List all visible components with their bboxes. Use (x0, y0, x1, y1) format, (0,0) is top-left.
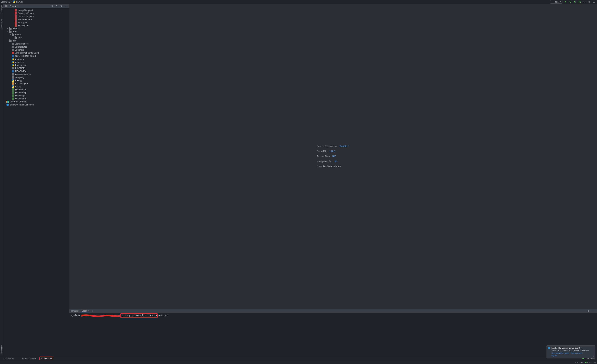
expand-all-button[interactable] (55, 4, 58, 8)
tree-item-label: yolov5x6.pt (15, 97, 26, 100)
svg-rect-19 (56, 5, 57, 6)
tree-item-train[interactable]: train (3, 36, 69, 39)
breadcrumb-separator: › (11, 1, 12, 3)
tree-item-file[interactable]: .pre-commit-config.yaml (3, 51, 69, 55)
svg-point-22 (61, 6, 62, 7)
terminal-hide-button[interactable] (592, 309, 596, 313)
tree-item-file[interactable]: tutorial.ipynb (3, 82, 69, 85)
tree-item-file[interactable]: yolov5s.pt (3, 94, 69, 97)
project-panel-title: Project (9, 5, 16, 7)
tree-item-models[interactable]: ▸models (3, 27, 69, 30)
svg-rect-21 (56, 7, 57, 7)
file-icon (12, 42, 15, 45)
terminal-settings-button[interactable] (587, 309, 590, 313)
file-icon (14, 18, 17, 21)
tree-item-label: hubconf.py (15, 64, 26, 67)
terminal-header: Terminal: Local × + (70, 309, 597, 313)
terminal-tab-local[interactable]: Local × (81, 309, 90, 313)
hint-nav-shortcut: ⌘↑ (334, 160, 338, 163)
tree-item-yaml[interactable]: Objects365.yaml (3, 12, 69, 15)
tree-arrow-icon: ▸ (4, 100, 6, 103)
tree-item-yaml[interactable]: ImageNet.yaml (3, 9, 69, 12)
python-icon (13, 0, 16, 3)
tree-item-file[interactable]: yolov5x6.pt (3, 97, 69, 100)
tree-item-file[interactable]: train.py (3, 79, 69, 82)
project-tree[interactable]: ImageNet.yamlObjects365.yamlSKU-110K.yam… (3, 8, 69, 356)
file-icon (9, 27, 12, 30)
debug-button[interactable] (569, 0, 572, 4)
search-everywhere-button[interactable] (592, 0, 596, 4)
svg-rect-11 (584, 2, 584, 2)
tree-item-utils[interactable]: ▸utils (3, 39, 69, 42)
tree-item-label: export.py (15, 61, 24, 64)
close-icon[interactable]: × (87, 310, 89, 312)
tree-item-file[interactable]: README.md (3, 70, 69, 73)
tree-item-file[interactable]: setup.cfg (3, 76, 69, 79)
bottom-tab-terminal[interactable]: Terminal (39, 356, 53, 360)
tree-item-scratches[interactable]: Scratches and Consoles (3, 103, 69, 106)
tree-item-label: README.md (15, 70, 28, 73)
breadcrumb: yolov5-6.2 › train.py (1, 0, 23, 3)
rail-tab-favorites[interactable]: 2: Favorites (1, 345, 3, 355)
hide-button[interactable] (64, 4, 68, 8)
tree-item-yaml[interactable]: VisDrone.yaml (3, 18, 69, 21)
tree-item-yaml[interactable]: xView.yaml (3, 24, 69, 27)
rail-tab-project[interactable]: 1: Project (1, 5, 3, 13)
tree-item-file[interactable]: yolov5m.pt (3, 88, 69, 91)
svg-rect-10 (585, 1, 585, 2)
svg-rect-12 (585, 2, 585, 2)
project-view-selector[interactable]: Project (5, 5, 19, 8)
file-icon (12, 58, 15, 60)
tree-item-file[interactable]: .gitignore (3, 48, 69, 51)
tree-item-detect[interactable]: ▾detect (3, 33, 69, 36)
tree-item-file[interactable]: .gitattributes (3, 45, 69, 48)
tree-item-runs[interactable]: ▾runs (3, 30, 69, 33)
tree-item-file[interactable]: requirements.txt (3, 73, 69, 76)
run-config-selector[interactable]: train (550, 0, 562, 4)
notification-link-scientific[interactable]: Use scientific mode (551, 352, 569, 354)
tree-item-file[interactable]: export.py (3, 61, 69, 64)
file-icon (12, 46, 15, 48)
breadcrumb-root[interactable]: yolov5-6.2 (1, 1, 10, 3)
project-panel-header: Project (3, 4, 69, 8)
editor-area[interactable]: Search EverywhereDouble ⇧ Go to File⇧⌘O … (70, 4, 597, 356)
tree-item-file[interactable]: .dockerignore (3, 42, 69, 45)
attach-button[interactable] (583, 0, 586, 4)
tree-item-file[interactable]: val.py (3, 85, 69, 88)
stop-button[interactable] (588, 0, 591, 4)
tree-item-file[interactable]: detect.py (3, 58, 69, 61)
breadcrumb-file[interactable]: train.py (13, 0, 23, 3)
hint-nav-label: Navigation Bar (317, 160, 332, 163)
svg-rect-26 (41, 357, 43, 359)
tree-item-file[interactable]: yolov5m6.pt (3, 91, 69, 94)
run-button[interactable] (564, 0, 567, 4)
tree-item-label: .pre-commit-config.yaml (15, 51, 39, 55)
hint-goto-label: Go to File (317, 150, 327, 152)
tree-item-external-libraries[interactable]: ▸External Libraries (3, 100, 69, 103)
locate-button[interactable] (50, 4, 54, 8)
profile-button[interactable] (578, 0, 581, 4)
file-icon (12, 70, 15, 73)
notification-title: Looks like you're using NumPy (551, 347, 591, 349)
tree-item-yaml[interactable]: SKU-110K.yaml (3, 15, 69, 18)
terminal-body[interactable]: (yolov) 6.2 % pip install -r requirement… (70, 313, 597, 356)
tree-item-label: yolov5s.pt (15, 94, 25, 97)
file-icon (12, 94, 15, 97)
file-icon (12, 73, 15, 76)
tree-item-file[interactable]: CONTRIBUTING.md (3, 55, 69, 58)
chevron-down-icon[interactable]: ⌄ (592, 355, 594, 357)
tree-item-yaml[interactable]: VOC.yaml (3, 21, 69, 24)
hint-drop-label: Drop files here to open (317, 165, 341, 168)
tree-item-file[interactable]: LICENSE (3, 67, 69, 70)
settings-button[interactable] (59, 4, 63, 8)
coverage-button[interactable] (573, 0, 577, 4)
tree-item-file[interactable]: hubconf.py (3, 64, 69, 67)
bottom-tab-python-console[interactable]: Python Console (17, 357, 37, 360)
annotation-highlight-box (120, 313, 158, 318)
bottom-tab-todo[interactable]: ≣6: TODO (1, 357, 15, 360)
terminal-new-tab-button[interactable]: + (91, 309, 93, 313)
status-event-log[interactable]: Event Log (585, 361, 596, 363)
file-icon (12, 55, 15, 57)
tree-item-label: setup.cfg (15, 76, 24, 79)
rail-tab-structure[interactable]: 7: Structure (1, 19, 3, 29)
